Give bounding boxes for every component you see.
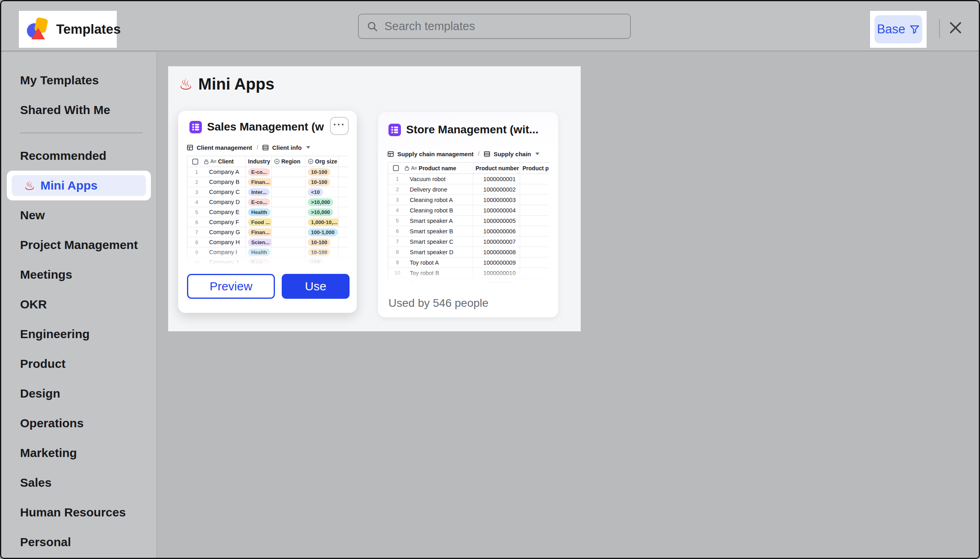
cell-product-number: 1000000003 [473, 195, 520, 205]
product-name: Toy robot A [410, 259, 439, 266]
search-bar[interactable] [358, 14, 631, 39]
cell-product-name: 4Cleaning robot B [388, 205, 473, 215]
breadcrumb-root: Client management [197, 144, 252, 151]
cell-product-name: 8Smart speaker D [388, 247, 473, 257]
sidebar-item-okr[interactable]: OKR [1, 290, 157, 319]
breadcrumb-table: Client info [272, 144, 301, 151]
cell-partial [339, 237, 348, 247]
product-name: Smart speaker C [410, 239, 453, 245]
row-number: 8 [391, 249, 403, 255]
page-title: Templates [56, 22, 121, 37]
card-title: Store Management (wit... [406, 123, 539, 136]
cell-client: 5Company E [187, 207, 246, 217]
header-cell-partial: Product p [520, 163, 549, 173]
cell-product-number: 1000000001 [473, 174, 520, 184]
preview-button[interactable]: Preview [187, 274, 275, 299]
tag-badge: E-co... [248, 168, 270, 176]
funnel-icon [909, 24, 920, 35]
single-select-icon [274, 159, 280, 164]
table-header-row: A≡ Client Industry [187, 156, 348, 167]
breadcrumb-separator: / [477, 151, 480, 157]
cell-partial [339, 247, 348, 257]
cell-org-size: 10-100 [305, 237, 339, 247]
cell-product-number: 1000000005 [473, 216, 520, 226]
client-name: Company C [209, 189, 240, 195]
row-number: 10 [391, 270, 403, 276]
cell-partial [520, 247, 549, 257]
sidebar-item-my-templates[interactable]: My Templates [1, 65, 157, 95]
tag-badge: 1,000-10,... [308, 218, 339, 226]
cell-client: 8Company H [187, 237, 246, 247]
cell-partial [520, 278, 549, 287]
cell-product-name: 3Cleaning robot A [388, 195, 473, 205]
tag-badge: Food ... [248, 218, 272, 226]
sidebar-item-meetings[interactable]: Meetings [1, 260, 157, 290]
table-row: 10Toy robot B1000000010 [388, 268, 549, 278]
breadcrumb: Client management / Client info [187, 141, 348, 153]
sidebar-item-project-management[interactable]: Project Management [1, 230, 157, 260]
cell-partial [520, 205, 549, 215]
cell-partial [339, 227, 348, 237]
cell-region [272, 257, 305, 267]
cell-org-size: >10,000 [305, 197, 339, 207]
app-logo-box: Templates [19, 11, 117, 48]
sidebar-item-new[interactable]: New [1, 200, 157, 230]
table-row: 11Smart study lamp1000000011 [388, 278, 549, 287]
cell-org-size: <10 [305, 187, 339, 197]
table-row: 4Cleaning robot B1000000004 [388, 205, 549, 216]
sidebar-item-shared-with-me[interactable]: Shared With Me [1, 95, 157, 125]
sidebar-item-mini-apps[interactable]: ♨Mini Apps [12, 175, 146, 196]
cell-partial [339, 167, 348, 177]
base-filter-button[interactable]: Base [874, 15, 922, 43]
cell-product-number: 1000000007 [473, 237, 520, 247]
cell-industry: E-co... [246, 197, 272, 207]
lock-icon [204, 159, 209, 164]
column-label: Client [218, 158, 234, 165]
close-button[interactable] [945, 17, 966, 38]
use-button[interactable]: Use [282, 274, 350, 299]
cell-region [272, 247, 305, 257]
sidebar-item-marketing[interactable]: Marketing [1, 438, 157, 468]
header-cell-product-name: A≡ Product name [388, 163, 473, 173]
row-number: 8 [191, 239, 203, 245]
text-field-icon: A≡ [411, 165, 417, 171]
sidebar-item-operations[interactable]: Operations [1, 408, 157, 438]
sidebar: My TemplatesShared With MeRecommended♨Mi… [1, 52, 157, 558]
sales-table: A≡ Client Industry [187, 156, 348, 268]
mini-apps-panel: ♨ Mini Apps Sales Management (w [168, 66, 581, 331]
product-name: Smart speaker B [410, 228, 453, 235]
header-divider [939, 19, 940, 38]
row-number: 10 [191, 259, 203, 265]
row-number: 5 [391, 218, 403, 224]
table-row: 2Company BFinan...10-100 [187, 177, 348, 187]
header-cell-product-number: Product number [473, 163, 520, 173]
table-row: 9Company IHealth10-100 [187, 247, 348, 257]
cell-region [272, 227, 305, 237]
sidebar-item-recommended[interactable]: Recommended [1, 141, 157, 171]
base-filter-label: Base [877, 22, 905, 37]
table-row: 7Smart speaker C1000000007 [388, 237, 549, 247]
section-header: ♨ Mini Apps [179, 75, 274, 93]
sidebar-item-design[interactable]: Design [1, 379, 157, 408]
template-card-store-management[interactable]: Store Management (wit... Supply chain ma… [378, 112, 558, 317]
cell-client: 9Company I [187, 247, 246, 257]
cell-product-name: 10Toy robot B [388, 268, 473, 278]
sidebar-item-engineering[interactable]: Engineering [1, 319, 157, 349]
sidebar-item-product[interactable]: Product [1, 349, 157, 379]
search-input[interactable] [384, 14, 630, 38]
row-number: 7 [191, 229, 203, 235]
sidebar-item-personal[interactable]: Personal [1, 527, 157, 557]
cell-industry: Health [246, 247, 272, 257]
sidebar-item-human-resources[interactable]: Human Resources [1, 498, 157, 527]
cell-industry: Scien... [246, 237, 272, 247]
more-options-button[interactable]: ··· [330, 117, 349, 135]
card-header: Sales Management (w [189, 118, 328, 136]
cell-region [272, 207, 305, 217]
cell-partial [520, 226, 549, 236]
client-name: Company A [209, 169, 239, 175]
cell-industry: Food ... [246, 217, 272, 227]
sidebar-item-sales[interactable]: Sales [1, 468, 157, 498]
tag-badge: 10-100 [308, 239, 330, 246]
template-card-sales-management[interactable]: Sales Management (w ··· Client managemen… [178, 111, 357, 313]
cell-client: 10Company J [187, 257, 246, 267]
